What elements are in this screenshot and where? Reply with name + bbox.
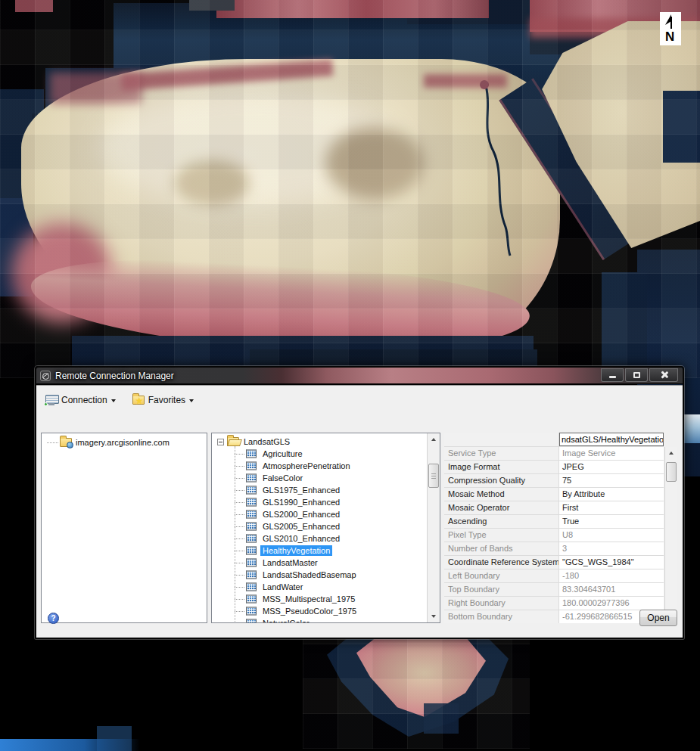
- tree-item-service[interactable]: GLS2010_Enhanced: [212, 532, 440, 545]
- property-label: Number of Bands: [444, 542, 559, 555]
- table-row: Image Format JPEG: [444, 461, 664, 474]
- scrollbar-thumb[interactable]: [666, 462, 677, 482]
- property-label: Right Boundary: [444, 597, 559, 610]
- tree-item-service[interactable]: GLS2005_Enhanced: [212, 520, 440, 532]
- image-service-icon: [246, 594, 257, 604]
- image-service-icon: [246, 486, 257, 495]
- property-label: Mosaic Method: [444, 488, 559, 501]
- tree-item-label: LandsatMaster: [260, 557, 320, 568]
- connection-icon: [45, 395, 58, 405]
- property-value[interactable]: 180.00002977396: [559, 597, 664, 610]
- tree-item-service[interactable]: FalseColor: [212, 472, 440, 484]
- tree-item-service[interactable]: MSS_Multispectral_1975: [212, 593, 440, 605]
- map-tile: [216, 0, 489, 18]
- scroll-up-button[interactable]: [665, 447, 677, 459]
- table-row: Top Boundary 83.304643701: [444, 583, 664, 597]
- tree-branch-line: [235, 466, 244, 467]
- tree-item-service[interactable]: GLS2000_Enhanced: [212, 508, 440, 520]
- tree-branch-line: [47, 442, 58, 443]
- image-service-icon: [246, 534, 257, 543]
- minimize-icon: [609, 376, 616, 378]
- property-value[interactable]: 83.304643701: [559, 583, 664, 596]
- tree-item-service[interactable]: Agriculture: [212, 448, 440, 460]
- property-label: Pixel Type: [444, 529, 559, 542]
- server-name: imagery.arcgisonline.com: [72, 438, 170, 447]
- image-service-icon: [246, 522, 257, 531]
- open-folder-icon: [227, 437, 239, 446]
- tree-item-service[interactable]: GLS1990_Enhanced: [212, 496, 440, 508]
- tree-branch-line: [235, 611, 244, 612]
- tree-item-service[interactable]: AtmospherePenetration: [212, 460, 440, 472]
- tree-item-label: NaturalColor: [260, 618, 312, 623]
- property-value[interactable]: By Attribute: [559, 488, 664, 501]
- tree-item-service[interactable]: LandsatShadedBasemap: [212, 569, 440, 581]
- tree-item-label: LandsatShadedBasemap: [260, 569, 359, 580]
- minimize-button[interactable]: [601, 368, 624, 382]
- tree-item-service[interactable]: NaturalColor: [212, 617, 440, 623]
- tree-item-service[interactable]: GLS1975_Enhanced: [212, 484, 440, 496]
- connection-menu-label: Connection: [61, 395, 107, 405]
- image-service-icon: [246, 510, 257, 519]
- collapse-minus-icon[interactable]: [217, 439, 224, 445]
- image-service-icon: [246, 461, 257, 470]
- titlebar[interactable]: Remote Connection Manager: [36, 368, 683, 384]
- property-value[interactable]: Image Service: [559, 447, 664, 460]
- tree-item-service[interactable]: HealthyVegetation: [212, 545, 440, 557]
- url-row-label: [444, 433, 559, 446]
- services-panel: LandsatGLS Agriculture AtmospherePenetra…: [211, 433, 440, 623]
- scroll-down-button[interactable]: [428, 610, 440, 622]
- tree-item-label: LandWater: [260, 582, 305, 592]
- property-value[interactable]: -180: [559, 569, 664, 582]
- image-service-icon: [246, 558, 257, 567]
- table-row: Coordinate Reference System "GCS_WGS_198…: [444, 556, 664, 569]
- map-tile: [189, 0, 235, 11]
- server-tree-item[interactable]: imagery.arcgisonline.com: [42, 436, 207, 448]
- tree-item-label: GLS2010_Enhanced: [260, 533, 342, 544]
- property-label: Compression Quality: [444, 474, 559, 487]
- properties-scrollbar[interactable]: [664, 447, 677, 623]
- star-icon: [135, 397, 143, 405]
- property-value[interactable]: First: [559, 501, 664, 514]
- favorites-menu-button[interactable]: Favorites: [129, 393, 197, 407]
- service-url-field[interactable]: ndsatGLS/HealthyVegetatio: [559, 433, 664, 446]
- services-scrollbar[interactable]: [427, 433, 440, 622]
- tree-branch-line: [235, 599, 244, 600]
- north-label: N: [665, 29, 674, 44]
- property-value[interactable]: True: [559, 515, 664, 528]
- maximize-button[interactable]: [625, 368, 648, 382]
- tree-root-landsatgls[interactable]: LandsatGLS: [212, 436, 440, 448]
- favorites-menu-label: Favorites: [148, 395, 185, 405]
- toolbar: Connection Favorites: [42, 391, 197, 409]
- property-label: Mosaic Operator: [444, 501, 559, 514]
- tree-root-label: LandsatGLS: [239, 437, 290, 446]
- properties-rows: Service Type Image Service Image Format …: [444, 447, 664, 623]
- chevron-down-icon: [189, 399, 194, 405]
- help-button[interactable]: ?: [48, 613, 59, 624]
- property-value[interactable]: "GCS_WGS_1984": [559, 556, 664, 569]
- tree-branch-line: [235, 454, 244, 455]
- property-label: Coordinate Reference System: [444, 556, 559, 569]
- property-value[interactable]: JPEG: [559, 461, 664, 473]
- tree-item-service[interactable]: MSS_PseudoColor_1975: [212, 605, 440, 617]
- map-tile: [424, 703, 459, 734]
- connection-menu-button[interactable]: Connection: [42, 393, 119, 407]
- image-service-icon: [246, 498, 257, 507]
- tree-item-service[interactable]: LandsatMaster: [212, 557, 440, 569]
- tree-branch-line: [235, 490, 244, 491]
- property-value[interactable]: U8: [559, 529, 664, 542]
- remote-connection-manager-window: Remote Connection Manager Connection Fav…: [35, 366, 684, 639]
- open-button[interactable]: Open: [639, 610, 677, 626]
- property-label: Top Boundary: [444, 583, 559, 596]
- property-value[interactable]: 3: [559, 542, 664, 555]
- tree-branch-line: [235, 478, 244, 479]
- property-label: Bottom Boundary: [444, 610, 559, 623]
- tree-item-label: MSS_Multispectral_1975: [260, 594, 357, 604]
- server-folder-icon: [60, 438, 72, 447]
- scrollbar-thumb[interactable]: [428, 464, 439, 488]
- scroll-up-button[interactable]: [428, 433, 440, 445]
- property-value[interactable]: 75: [559, 474, 664, 487]
- properties-panel: ndsatGLS/HealthyVegetatio Service Type I…: [444, 433, 677, 623]
- close-button[interactable]: [649, 368, 678, 382]
- tree-item-service[interactable]: LandWater: [212, 581, 440, 593]
- property-label: Service Type: [444, 447, 559, 460]
